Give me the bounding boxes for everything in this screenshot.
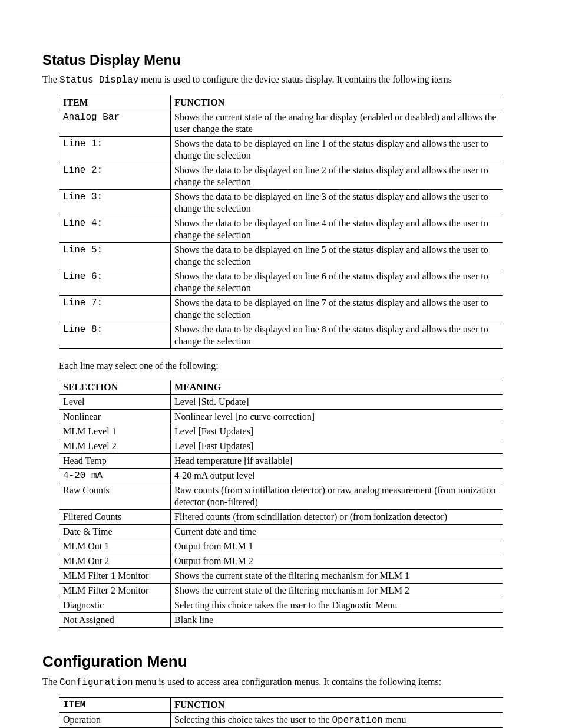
table-row: MLM Filter 1 MonitorShows the current st… bbox=[59, 569, 503, 584]
selection-cell: Raw Counts bbox=[59, 483, 171, 510]
table-row: Date & TimeCurrent date and time bbox=[59, 525, 503, 539]
col-selection-header: SELECTION bbox=[59, 380, 171, 395]
meaning-cell: Current date and time bbox=[171, 525, 503, 539]
table-header-row: SELECTION MEANING bbox=[59, 380, 503, 395]
col-meaning-header: MEANING bbox=[171, 380, 503, 395]
cell-text: Head temperature [if available] bbox=[174, 456, 292, 466]
item-cell: Line 6: bbox=[59, 269, 171, 296]
selection-cell: MLM Filter 1 Monitor bbox=[59, 569, 171, 584]
cell-text: Shows the current state of the analog ba… bbox=[174, 112, 497, 134]
item-cell: Line 5: bbox=[59, 243, 171, 269]
table-row: NonlinearNonlinear level [no curve corre… bbox=[59, 410, 503, 424]
cell-text: Raw counts (from scintillation detector)… bbox=[174, 485, 496, 507]
function-cell: Shows the data to be displayed on line 2… bbox=[171, 163, 503, 190]
function-cell: Shows the data to be displayed on line 3… bbox=[171, 190, 503, 216]
meaning-cell: 4-20 mA output level bbox=[171, 469, 503, 483]
selection-cell: Diagnostic bbox=[59, 598, 171, 613]
function-cell: Shows the current state of the analog ba… bbox=[171, 110, 503, 137]
table-row: MLM Level 1Level [Fast Updates] bbox=[59, 424, 503, 439]
cell-text: Filtered counts (from scintillation dete… bbox=[174, 512, 447, 522]
selection-intro: Each line may select one of the followin… bbox=[59, 361, 520, 371]
table-row: Line 2:Shows the data to be displayed on… bbox=[59, 163, 503, 190]
cell-text: Shows the data to be displayed on line 4… bbox=[174, 218, 488, 240]
meaning-cell: Head temperature [if available] bbox=[171, 454, 503, 469]
selection-cell: MLM Out 2 bbox=[59, 554, 171, 569]
table-row: 4-20 mA4-20 mA output level bbox=[59, 469, 503, 483]
cell-text: 4-20 mA output level bbox=[174, 470, 254, 480]
cell-text: Operation bbox=[332, 715, 382, 726]
function-cell: Shows the data to be displayed on line 7… bbox=[171, 296, 503, 322]
col-item-header: ITEM bbox=[59, 698, 171, 713]
meaning-cell: Nonlinear level [no curve correction] bbox=[171, 410, 503, 424]
cell-text: Shows the data to be displayed on line 8… bbox=[174, 324, 488, 346]
table-row: MLM Filter 2 MonitorShows the current st… bbox=[59, 584, 503, 598]
table-row: Raw CountsRaw counts (from scintillation… bbox=[59, 483, 503, 510]
cell-text: Shows the data to be displayed on line 2… bbox=[174, 165, 488, 187]
selection-table: SELECTION MEANING LevelLevel [Std. Updat… bbox=[59, 380, 503, 628]
item-cell: Line 2: bbox=[59, 163, 171, 190]
intro-text: The bbox=[42, 677, 59, 687]
meaning-cell: Shows the current state of the filtering… bbox=[171, 569, 503, 584]
cell-text: Shows the data to be displayed on line 7… bbox=[174, 298, 488, 319]
cell-text: Shows the data to be displayed on line 1… bbox=[174, 139, 488, 160]
cell-text: Shows the current state of the filtering… bbox=[174, 585, 409, 595]
meaning-cell: Blank line bbox=[171, 613, 503, 628]
function-cell: Shows the data to be displayed on line 8… bbox=[171, 322, 503, 349]
table-header-row: ITEM FUNCTION bbox=[59, 698, 503, 713]
meaning-cell: Level [Fast Updates] bbox=[171, 424, 503, 439]
table-row: MLM Out 1Output from MLM 1 bbox=[59, 539, 503, 554]
col-item-header: ITEM bbox=[59, 95, 171, 110]
table-row: Filtered CountsFiltered counts (from sci… bbox=[59, 510, 503, 525]
status-display-heading: Status Display Menu bbox=[42, 52, 520, 68]
table-row: Line 8:Shows the data to be displayed on… bbox=[59, 322, 503, 349]
meaning-cell: Filtered counts (from scintillation dete… bbox=[171, 510, 503, 525]
table-row: Line 7:Shows the data to be displayed on… bbox=[59, 296, 503, 322]
selection-cell: MLM Level 1 bbox=[59, 424, 171, 439]
selection-cell: 4-20 mA bbox=[59, 469, 171, 483]
cell-text: Output from MLM 2 bbox=[174, 556, 253, 566]
cell-text: Nonlinear level [no curve correction] bbox=[174, 411, 315, 421]
item-cell: Line 3: bbox=[59, 190, 171, 216]
configuration-heading: Configuration Menu bbox=[42, 653, 520, 671]
meaning-cell: Level [Std. Update] bbox=[171, 395, 503, 410]
table-header-row: ITEM FUNCTION bbox=[59, 95, 503, 110]
table-row: Line 5:Shows the data to be displayed on… bbox=[59, 243, 503, 269]
cell-text: menu bbox=[383, 714, 406, 724]
item-cell: Operation bbox=[59, 713, 171, 728]
table-row: Line 4:Shows the data to be displayed on… bbox=[59, 216, 503, 243]
selection-cell: Not Assigned bbox=[59, 613, 171, 628]
cell-text: Shows the data to be displayed on line 6… bbox=[174, 271, 488, 293]
cell-text: Shows the data to be displayed on line 3… bbox=[174, 192, 488, 213]
cell-text: Shows the current state of the filtering… bbox=[174, 571, 409, 581]
intro-mono: Configuration bbox=[59, 677, 133, 688]
page: Status Display Menu The Status Display m… bbox=[0, 0, 562, 728]
col-function-header: FUNCTION bbox=[171, 698, 503, 713]
table-row: LevelLevel [Std. Update] bbox=[59, 395, 503, 410]
configuration-table: ITEM FUNCTION OperationSelecting this ch… bbox=[59, 697, 503, 728]
selection-cell: MLM Level 2 bbox=[59, 439, 171, 454]
cell-text: Current date and time bbox=[174, 526, 256, 536]
function-cell: Selecting this choice takes the user to … bbox=[171, 713, 503, 728]
item-cell: Analog Bar bbox=[59, 110, 171, 137]
table-row: Line 6:Shows the data to be displayed on… bbox=[59, 269, 503, 296]
intro-mono: Status Display bbox=[59, 75, 138, 85]
meaning-cell: Selecting this choice takes the user to … bbox=[171, 598, 503, 613]
col-function-header: FUNCTION bbox=[171, 95, 503, 110]
selection-cell: Nonlinear bbox=[59, 410, 171, 424]
configuration-intro: The Configuration menu is used to access… bbox=[42, 677, 520, 688]
table-row: Line 3:Shows the data to be displayed on… bbox=[59, 190, 503, 216]
table-row: Line 1:Shows the data to be displayed on… bbox=[59, 137, 503, 163]
function-cell: Shows the data to be displayed on line 5… bbox=[171, 243, 503, 269]
intro-text: The bbox=[42, 74, 59, 84]
status-display-table: ITEM FUNCTION Analog BarShows the curren… bbox=[59, 95, 503, 349]
table-row: Head TempHead temperature [if available] bbox=[59, 454, 503, 469]
item-cell: Line 7: bbox=[59, 296, 171, 322]
cell-text: Level [Std. Update] bbox=[174, 397, 249, 407]
table-row: Analog BarShows the current state of the… bbox=[59, 110, 503, 137]
function-cell: Shows the data to be displayed on line 4… bbox=[171, 216, 503, 243]
meaning-cell: Output from MLM 1 bbox=[171, 539, 503, 554]
intro-text: menu is used to access area configuratio… bbox=[133, 677, 441, 687]
status-display-intro: The Status Display menu is used to confi… bbox=[42, 74, 520, 85]
cell-text: Selecting this choice takes the user to … bbox=[174, 600, 397, 610]
table-row: DiagnosticSelecting this choice takes th… bbox=[59, 598, 503, 613]
